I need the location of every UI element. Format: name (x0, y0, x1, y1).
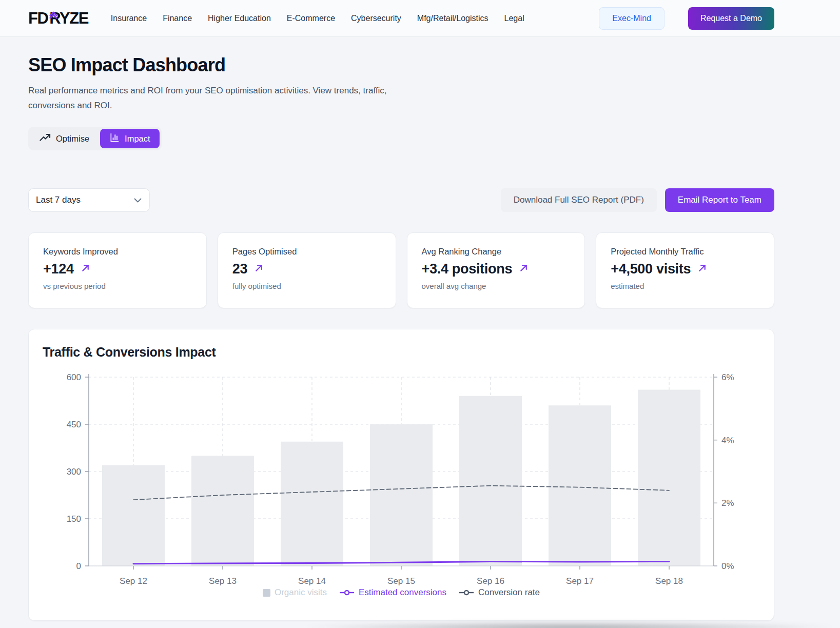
chart-legend: Organic visitsEstimated conversionsConve… (43, 587, 760, 598)
stat-value: +3.4 positions (422, 261, 513, 277)
nav-item-legal[interactable]: Legal (504, 0, 524, 37)
nav-item-ecommerce[interactable]: E-Commerce (287, 0, 335, 37)
stat-subtext: vs previous period (43, 282, 192, 290)
tab-impact[interactable]: Impact (100, 129, 160, 148)
page-title: SEO Impact Dashboard (28, 54, 774, 76)
kpi-cards-row: Keywords Improved +124 vs previous perio… (28, 232, 774, 308)
svg-text:Sep 12: Sep 12 (120, 576, 147, 586)
nav-item-cybersecurity[interactable]: Cybersecurity (351, 0, 401, 37)
arrow-up-right-icon (81, 263, 90, 275)
stat-value: 23 (232, 261, 247, 277)
svg-text:Sep 13: Sep 13 (209, 576, 237, 586)
arrow-up-right-icon (697, 263, 707, 275)
traffic-conversions-chart: 01503004506000%2%4%6%Sep 12Sep 13Sep 14S… (43, 367, 757, 587)
legend-label: Conversion rate (478, 587, 540, 598)
date-range-value: Last 7 days (36, 195, 81, 205)
stat-subtext: estimated (611, 282, 759, 290)
page-subtitle: Real performance metrics and ROI from yo… (28, 83, 434, 113)
chevron-down-icon (134, 195, 142, 205)
main-nav: Insurance Finance Higher Education E-Com… (111, 0, 524, 37)
legend-item-estimated-conversions[interactable]: Estimated conversions (339, 587, 446, 598)
stat-value: +4,500 visits (611, 261, 691, 277)
logo-text-fd: FD (28, 9, 48, 28)
stat-card-avg-ranking-change: Avg Ranking Change +3.4 positions overal… (407, 232, 585, 308)
svg-text:Sep 17: Sep 17 (566, 576, 594, 586)
bar-chart-icon (109, 132, 120, 145)
logo-text-ryze: RYZE (49, 9, 88, 28)
svg-text:4%: 4% (721, 436, 734, 445)
download-report-button[interactable]: Download Full SEO Report (PDF) (501, 188, 657, 212)
stat-label: Projected Monthly Traffic (611, 247, 759, 257)
stat-card-pages-optimised: Pages Optimised 23 fully optimised (218, 232, 396, 308)
arrow-up-right-icon (254, 263, 264, 275)
svg-text:600: 600 (67, 372, 81, 382)
svg-text:6%: 6% (721, 372, 734, 382)
logo-double-chevron-up-icon (49, 5, 57, 23)
brand-logo[interactable]: FDRYZE (28, 9, 88, 28)
page-bottom-shadow (298, 622, 840, 628)
legend-item-organic-visits[interactable]: Organic visits (263, 587, 327, 598)
svg-text:Sep 16: Sep 16 (477, 576, 504, 586)
stat-value: +124 (43, 261, 74, 277)
svg-text:300: 300 (67, 467, 81, 477)
svg-text:2%: 2% (721, 498, 734, 508)
svg-text:0: 0 (76, 561, 81, 571)
legend-item-conversion-rate[interactable]: Conversion rate (459, 587, 540, 598)
stat-subtext: overall avg change (422, 282, 571, 290)
stat-card-projected-monthly-traffic: Projected Monthly Traffic +4,500 visits … (596, 232, 774, 308)
svg-text:0%: 0% (721, 561, 734, 571)
svg-text:450: 450 (67, 420, 81, 429)
stat-subtext: fully optimised (232, 282, 381, 290)
svg-text:Sep 15: Sep 15 (387, 576, 415, 586)
traffic-conversions-card: Traffic & Conversions Impact 01503004506… (28, 329, 774, 621)
nav-item-insurance[interactable]: Insurance (111, 0, 147, 37)
svg-text:Sep 18: Sep 18 (655, 576, 683, 586)
tab-optimise[interactable]: Optimise (30, 129, 99, 148)
email-report-button[interactable]: Email Report to Team (665, 188, 774, 212)
chart-title: Traffic & Conversions Impact (43, 345, 760, 360)
svg-text:150: 150 (67, 514, 81, 524)
trending-up-icon (40, 133, 51, 144)
exec-mind-button[interactable]: Exec-Mind (599, 7, 665, 30)
stat-label: Keywords Improved (43, 247, 192, 257)
legend-line-dot-icon (339, 590, 355, 596)
legend-square-icon (263, 589, 270, 597)
nav-item-higher-education[interactable]: Higher Education (208, 0, 271, 37)
nav-item-finance[interactable]: Finance (163, 0, 192, 37)
stat-label: Avg Ranking Change (422, 247, 571, 257)
stat-card-keywords-improved: Keywords Improved +124 vs previous perio… (28, 232, 207, 308)
legend-label: Organic visits (275, 587, 327, 598)
legend-line-dot-icon (459, 590, 474, 596)
request-demo-button[interactable]: Request a Demo (688, 7, 774, 30)
nav-item-mfg-retail-logistics[interactable]: Mfg/Retail/Logistics (417, 0, 489, 37)
svg-text:Sep 14: Sep 14 (298, 576, 326, 586)
date-range-select[interactable]: Last 7 days (28, 188, 150, 212)
top-navigation-bar: FDRYZE Insurance Finance Higher Educatio… (0, 0, 840, 37)
view-toggle: Optimise Impact (28, 127, 162, 150)
legend-label: Estimated conversions (359, 587, 446, 598)
arrow-up-right-icon (519, 263, 529, 275)
stat-label: Pages Optimised (232, 247, 381, 257)
